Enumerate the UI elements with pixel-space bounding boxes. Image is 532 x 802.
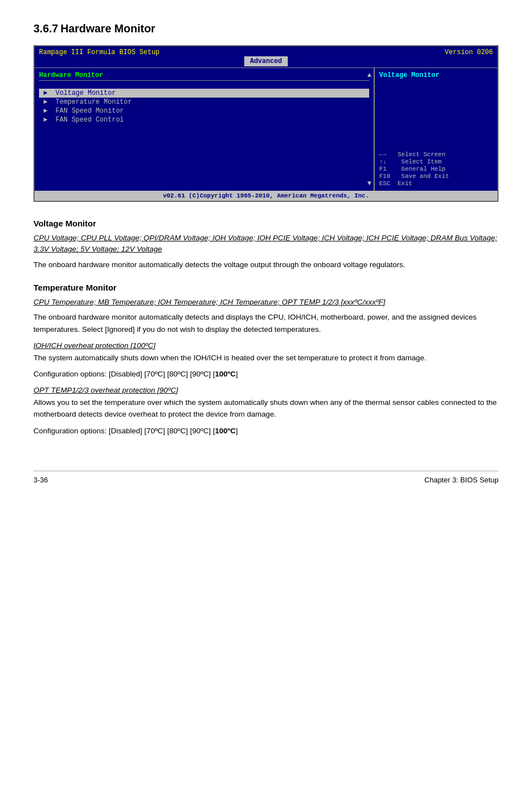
bios-menu-item-fan-speed[interactable]: ► FAN Speed Monitor (39, 107, 369, 115)
bios-scroll-down[interactable]: ▼ (367, 180, 371, 187)
section-title: Hardware Monitor (60, 22, 155, 35)
bios-menu-item-temperature[interactable]: ► Temperature Monitor (39, 98, 369, 107)
temperature-monitor-title: Temperature Monitor (33, 283, 499, 292)
bios-footer: v02.61 (C)Copyright 1985-2010, American … (35, 191, 497, 201)
temperature-monitor-description: The onboard hardware monitor automatical… (33, 311, 499, 335)
ioh-ich-description: The system automatically shuts down when… (33, 352, 499, 364)
bios-title: Rampage III Formula BIOS Setup (39, 49, 159, 56)
bios-right-panel: Voltage Monitor ←→ Select Screen ↑↓ Sele… (375, 68, 497, 191)
ioh-ich-config: Configuration options: [Disabled] [70ºC]… (33, 368, 499, 380)
bios-tab-advanced[interactable]: Advanced (244, 56, 288, 66)
bios-menu-item-fan-control[interactable]: ► FAN Speed Control (39, 115, 369, 124)
bios-legend: ←→ Select Screen ↑↓ Select Item F1 Gener… (379, 151, 493, 187)
section-number: 3.6.7 (33, 22, 58, 35)
bios-screen: Rampage III Formula BIOS Setup Version 0… (33, 45, 499, 202)
page-number: 3-36 (33, 476, 48, 484)
bios-legend-save-exit: F10 Save and Exit (379, 173, 493, 180)
chapter-label: Chapter 3: BIOS Setup (424, 476, 499, 484)
bios-legend-general-help: F1 General Help (379, 166, 493, 172)
bios-legend-exit: ESC Exit (379, 180, 493, 187)
voltage-monitor-subtitle: CPU Voltage; CPU PLL Voltage; QPI/DRAM V… (33, 233, 499, 255)
bios-panel-title: Hardware Monitor (39, 71, 369, 81)
bios-version: Version 0206 (445, 49, 493, 56)
bios-menu-item-voltage[interactable]: ► Voltage Monitor (39, 89, 369, 98)
bios-legend-select-screen: ←→ Select Screen (379, 151, 493, 158)
bios-legend-select-item: ↑↓ Select Item (379, 158, 493, 165)
voltage-monitor-section: Voltage Monitor CPU Voltage; CPU PLL Vol… (33, 219, 499, 270)
voltage-monitor-title: Voltage Monitor (33, 219, 499, 228)
temperature-monitor-section: Temperature Monitor CPU Temperature; MB … (33, 283, 499, 437)
opt-temp-description: Allows you to set the temperature over w… (33, 397, 499, 421)
ioh-ich-subtitle: IOH/ICH overheat protection [100ºC] (33, 341, 499, 350)
bios-right-info: Voltage Monitor (379, 71, 493, 79)
opt-temp-config: Configuration options: [Disabled] [70ºC]… (33, 425, 499, 437)
voltage-monitor-description: The onboard hardware monitor automatical… (33, 259, 499, 271)
temperature-monitor-subtitle: CPU Temperature; MB Temperature; IOH Tem… (33, 297, 499, 308)
bios-left-panel: Hardware Monitor ► Voltage Monitor ► Tem… (35, 68, 375, 191)
opt-temp-subtitle: OPT TEMP1/2/3 overheat protection [90ºC] (33, 386, 499, 394)
bios-scroll-up[interactable]: ▲ (367, 71, 371, 79)
